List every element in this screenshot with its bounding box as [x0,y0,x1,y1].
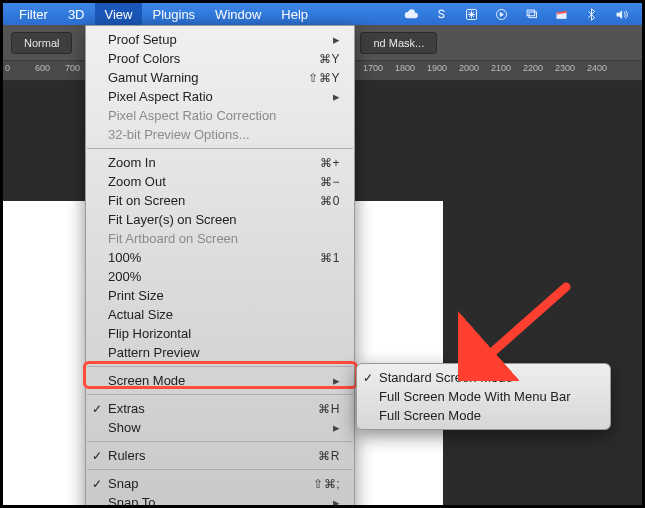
menu-item-gamut-warning[interactable]: Gamut Warning ⇧⌘Y [86,68,354,87]
menu-item-200pct[interactable]: 200% [86,267,354,286]
submenu-arrow-icon: ▸ [333,495,340,508]
checkmark-icon: ✓ [92,402,102,416]
checkmark-icon: ✓ [92,477,102,491]
play-circle-icon[interactable] [491,3,511,25]
submenu-item-full-with-menubar[interactable]: Full Screen Mode With Menu Bar [357,387,610,406]
menu-separator [87,469,353,470]
menu-filter[interactable]: Filter [9,3,58,25]
screen-mode-submenu: ✓ Standard Screen Mode Full Screen Mode … [356,363,611,430]
snowflake-icon[interactable] [461,3,481,25]
menu-item-proof-setup[interactable]: Proof Setup ▸ [86,30,354,49]
ruler-tick: 1900 [427,63,447,73]
ruler-tick: 2000 [459,63,479,73]
menu-item-pixel-aspect-ratio[interactable]: Pixel Aspect Ratio ▸ [86,87,354,106]
letter-s-icon[interactable] [431,3,451,25]
menu-item-screen-mode[interactable]: Screen Mode ▸ [86,371,354,390]
clapper-icon[interactable] [551,3,571,25]
windows-icon[interactable] [521,3,541,25]
menu-item-par-correction: Pixel Aspect Ratio Correction [86,106,354,125]
menu-separator [87,148,353,149]
ruler-tick: 0 [5,63,10,73]
menu-item-100pct[interactable]: 100% ⌘1 [86,248,354,267]
menu-item-actual-size[interactable]: Actual Size [86,305,354,324]
ruler-tick: 1800 [395,63,415,73]
submenu-item-full-screen[interactable]: Full Screen Mode [357,406,610,425]
menu-item-show[interactable]: Show ▸ [86,418,354,437]
ruler-tick: 1700 [363,63,383,73]
checkmark-icon: ✓ [363,371,373,385]
menu-item-extras[interactable]: ✓ Extras ⌘H [86,399,354,418]
ruler-tick: 2100 [491,63,511,73]
menu-item-zoom-in[interactable]: Zoom In ⌘+ [86,153,354,172]
ruler-tick: 700 [65,63,80,73]
menu-item-fit-on-screen[interactable]: Fit on Screen ⌘0 [86,191,354,210]
cloud-icon[interactable] [401,3,421,25]
view-menu-dropdown: Proof Setup ▸ Proof Colors ⌘Y Gamut Warn… [85,25,355,508]
blend-mode-button[interactable]: Normal [11,32,72,54]
menu-item-pattern-preview[interactable]: Pattern Preview [86,343,354,362]
menu-item-proof-colors[interactable]: Proof Colors ⌘Y [86,49,354,68]
menu-item-snap-to[interactable]: Snap To ▸ [86,493,354,508]
bluetooth-icon[interactable] [581,3,601,25]
menu-separator [87,366,353,367]
menu-help[interactable]: Help [271,3,318,25]
menu-item-fit-artboard: Fit Artboard on Screen [86,229,354,248]
menu-separator [87,394,353,395]
menu-3d[interactable]: 3D [58,3,95,25]
menu-item-rulers[interactable]: ✓ Rulers ⌘R [86,446,354,465]
submenu-arrow-icon: ▸ [333,373,340,388]
menu-separator [87,441,353,442]
menu-plugins[interactable]: Plugins [142,3,205,25]
menu-item-32bit-preview: 32-bit Preview Options... [86,125,354,144]
ruler-tick: 600 [35,63,50,73]
submenu-arrow-icon: ▸ [333,89,340,104]
ruler-tick: 2400 [587,63,607,73]
app-menubar: Filter 3D View Plugins Window Help [3,3,642,25]
menu-window[interactable]: Window [205,3,271,25]
menu-item-flip-horizontal[interactable]: Flip Horizontal [86,324,354,343]
menu-item-zoom-out[interactable]: Zoom Out ⌘− [86,172,354,191]
mask-button[interactable]: nd Mask... [360,32,437,54]
menu-item-snap[interactable]: ✓ Snap ⇧⌘; [86,474,354,493]
volume-icon[interactable] [611,3,631,25]
submenu-arrow-icon: ▸ [333,32,340,47]
submenu-item-standard[interactable]: ✓ Standard Screen Mode [357,368,610,387]
menu-item-fit-layers[interactable]: Fit Layer(s) on Screen [86,210,354,229]
ruler-tick: 2200 [523,63,543,73]
submenu-arrow-icon: ▸ [333,420,340,435]
svg-rect-2 [527,10,535,16]
ruler-tick: 2300 [555,63,575,73]
menu-item-print-size[interactable]: Print Size [86,286,354,305]
checkmark-icon: ✓ [92,449,102,463]
menu-view[interactable]: View [95,3,143,25]
svg-rect-3 [529,12,537,18]
